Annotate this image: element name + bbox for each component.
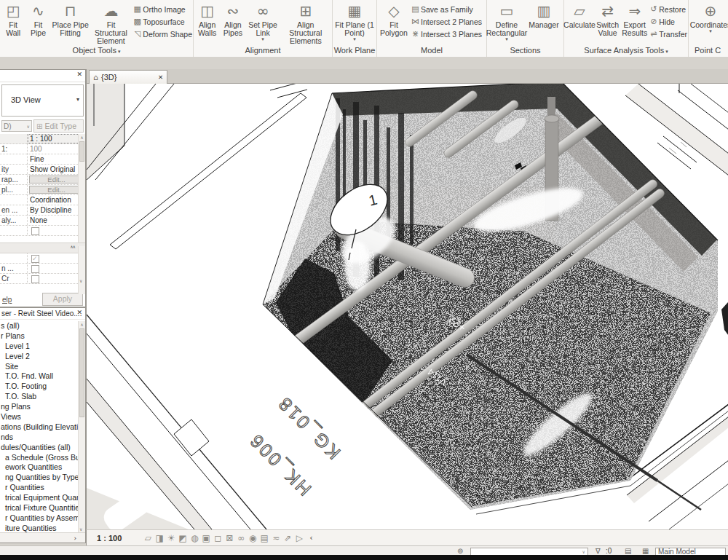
shadows-icon[interactable]: ◩ (177, 533, 189, 543)
browser-item[interactable]: ng Plans (0, 402, 78, 412)
view-scale-control[interactable]: 1 : 100 (97, 534, 122, 543)
fit-structural-element-button[interactable]: ☁ Fit Structural Element (90, 1, 132, 45)
reveal-hidden-icon[interactable]: ◉ (247, 533, 258, 543)
detail-level-icon[interactable]: ▱ (142, 533, 154, 543)
switch-value-button[interactable]: ⇄ Switch Value (594, 1, 621, 45)
checkbox[interactable] (31, 275, 39, 283)
browser-item[interactable]: ations (Building Elevation (0, 422, 78, 433)
browser-item[interactable]: trical Fixture Quantities (0, 503, 78, 513)
view-scale-value[interactable]: 1 : 100 (28, 134, 85, 143)
hide-isolate-icon[interactable]: ∞ (235, 533, 247, 543)
browser-item[interactable]: a Schedule (Gross Building (0, 453, 78, 463)
panel-label-point-cloud[interactable]: Point C (689, 45, 728, 57)
displacement-icon[interactable]: ⇗ (282, 533, 293, 543)
save-as-family-button[interactable]: ▤ Save as Family (410, 3, 482, 15)
browser-item[interactable]: s (all) (0, 321, 78, 331)
lock-view-icon[interactable]: ⊠ (223, 533, 235, 543)
intersect-3-planes-button[interactable]: ⋇ Intersect 3 Planes (410, 28, 482, 40)
section-band[interactable]: ∧∧ (0, 242, 85, 253)
browser-item[interactable]: r Plans (0, 331, 78, 342)
panel-label-work-plane[interactable]: Work Plane (333, 45, 376, 57)
set-pipe-link-button[interactable]: ∞ Set Pipe Link ▾ (246, 1, 280, 45)
browser-item[interactable]: T.O. Footing (0, 382, 78, 392)
align-walls-button[interactable]: ◫ Align Walls (194, 1, 220, 45)
fit-wall-button[interactable]: ◰ Fit Wall (1, 1, 25, 45)
type-selector[interactable]: 3D View ▾ (1, 84, 84, 117)
visual-style-icon[interactable]: ◨ (154, 533, 165, 543)
properties-help-link[interactable]: elp (2, 296, 12, 304)
align-pipes-button[interactable]: ∾ Align Pipes (220, 1, 245, 45)
manager-button[interactable]: ▥ Manager (526, 1, 562, 45)
browser-item[interactable]: ework Quantities (0, 462, 78, 473)
browser-item[interactable]: Level 2 (0, 352, 78, 362)
restore-button[interactable]: ↺ Restore (648, 3, 687, 15)
close-icon[interactable]: ✕ (158, 74, 163, 81)
checkbox[interactable] (31, 255, 39, 263)
browser-item[interactable]: T.O. Slab (0, 392, 78, 402)
scale-value[interactable]: 100 (28, 144, 85, 154)
analysis-style-value[interactable]: None (28, 216, 85, 225)
intersect-2-planes-button[interactable]: ⋈ Intersect 2 Planes (410, 15, 482, 28)
panel-label-object-tools[interactable]: Object Tools▾ (0, 45, 193, 57)
browser-item[interactable]: Views (0, 412, 78, 422)
crop-view-icon[interactable]: ▣ (200, 533, 212, 543)
browser-item[interactable]: dules/Quantities (all) (0, 443, 78, 453)
hide-button[interactable]: ⊘ Hide (648, 15, 687, 28)
close-icon[interactable]: ✕ (76, 309, 82, 316)
properties-scrollbar-lower[interactable]: ∨ (78, 246, 85, 284)
browser-item[interactable]: Level 1 (0, 342, 78, 352)
scroll-down-icon[interactable]: ∨ (79, 277, 82, 284)
browser-item[interactable]: iture Quantities (0, 524, 78, 532)
edit-overrides-button[interactable]: Edit... (29, 176, 84, 184)
analytical-model-icon[interactable]: ≂ (270, 533, 282, 543)
scroll-down-icon[interactable]: ∨ (79, 526, 82, 532)
browser-scrollbar[interactable]: ∧ ∨ (78, 321, 85, 532)
place-pipe-fitting-button[interactable]: ⊓ Place Pipe Fitting (51, 1, 90, 45)
scrollbar-thumb[interactable] (79, 328, 84, 417)
scroll-up-icon[interactable]: ∧ (79, 134, 85, 141)
fit-polygon-button[interactable]: ◇ Fit Polygon (378, 1, 410, 45)
selection-filter-icon[interactable]: ∇ (596, 547, 601, 555)
hidden-lines-value[interactable]: By Discipline (28, 205, 85, 215)
collapse-arrow-icon[interactable]: ‹ (309, 533, 312, 543)
ortho-image-button[interactable]: ▦ Ortho Image (132, 3, 192, 15)
render-icon[interactable]: ◍ (189, 533, 200, 543)
parts-visibility-value[interactable]: Show Original (28, 165, 85, 174)
view-properties-icon[interactable]: ▤ (258, 533, 270, 543)
crop-region-icon[interactable]: ◻ (212, 533, 223, 543)
align-structural-elements-button[interactable]: ⊞ Align Structural Elements (280, 1, 331, 45)
coordinates-button[interactable]: ⊕ Coordinates ▾ (689, 1, 728, 45)
sun-path-icon[interactable]: ☀ (165, 533, 177, 543)
browser-hscrollbar[interactable]: › (0, 532, 85, 543)
fit-pipe-button[interactable]: ∿ Fit Pipe (25, 1, 50, 45)
design-options-icon[interactable]: ▤ (625, 547, 631, 555)
exclude-options-icon[interactable]: ▦ (642, 547, 649, 555)
deform-shape-button[interactable]: ◹ Deform Shape (132, 28, 192, 40)
browser-item[interactable]: ng Quantities by Type (0, 473, 78, 483)
browser-item[interactable]: T.O. Fnd. Wall (0, 371, 78, 382)
scroll-right-icon[interactable]: › (74, 535, 76, 542)
panel-label-surface-analysis[interactable]: Surface Analysis Tools▾ (564, 45, 688, 57)
edit-display-options-button[interactable]: Edit... (29, 186, 84, 194)
browser-item[interactable]: r Quantities (0, 483, 78, 493)
apply-button[interactable]: Apply (42, 293, 83, 306)
calculate-button[interactable]: ▱ Calculate (565, 1, 594, 45)
edit-type-button[interactable]: ⊞ Edit Type (33, 119, 84, 133)
instance-combo[interactable]: D) ∨ (1, 120, 32, 132)
discipline-value[interactable]: Coordination (28, 195, 85, 205)
panel-label-alignment[interactable]: Alignment (194, 45, 332, 57)
scroll-up-icon[interactable]: ∧ (79, 321, 85, 328)
tab-3d-view[interactable]: ⌂ {3D} ✕ (89, 70, 167, 84)
export-results-button[interactable]: ⇒ Export Results (621, 1, 648, 45)
transfer-button[interactable]: ⇌ Transfer (648, 28, 687, 40)
panel-label-model[interactable]: Model (377, 45, 486, 57)
3d-view-canvas[interactable]: 206 (86, 84, 728, 529)
browser-item[interactable]: trical Equipment Quantiti (0, 493, 78, 503)
browser-item[interactable]: nds (0, 433, 78, 443)
toposurface-button[interactable]: ▩ Toposurface (132, 15, 192, 28)
browser-item[interactable]: r Quantities by Assembly (0, 513, 78, 524)
detail-level-value[interactable]: Fine (28, 154, 85, 164)
close-icon[interactable]: ✕ (76, 71, 82, 78)
panel-label-sections[interactable]: Sections (487, 45, 563, 57)
worksets-icon[interactable]: ⊚ (457, 547, 463, 555)
